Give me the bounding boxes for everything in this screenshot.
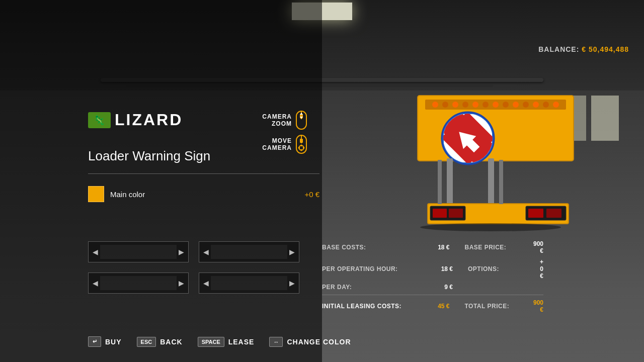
lease-button[interactable]: SPACE LEASE <box>198 337 255 347</box>
base-costs-label: BASE COSTS: <box>322 244 420 251</box>
selector-2[interactable]: ◀ ▶ <box>199 241 299 262</box>
stats-row-3: PER DAY: 9 € <box>322 284 543 291</box>
back-key: ESC <box>137 337 156 347</box>
balance-value: € 50,494,488 <box>582 45 629 53</box>
camera-controls: CAMERA ZOOM MOVE CAMERA <box>247 111 307 154</box>
buy-button[interactable]: ↵ BUY <box>88 336 122 347</box>
selector-1-left-arrow[interactable]: ◀ <box>93 248 98 256</box>
change-color-button[interactable]: ↔ CHANGE COLOR <box>269 337 351 347</box>
balance-label: BALANCE: <box>538 45 579 53</box>
per-hour-value: 18 € <box>423 265 453 273</box>
divider <box>88 173 319 174</box>
buy-key: ↵ <box>88 336 101 347</box>
back-label: BACK <box>160 338 182 346</box>
color-swatch[interactable] <box>88 186 104 202</box>
selector-row-2: ◀ ▶ ◀ ▶ <box>88 273 299 294</box>
leasing-value: 45 € <box>420 303 450 310</box>
per-day-value: 9 € <box>423 284 453 291</box>
selector-4-content <box>211 276 287 290</box>
selector-3[interactable]: ◀ ▶ <box>88 273 189 294</box>
action-bar: ↵ BUY ESC BACK SPACE LEASE ↔ CHANGE COLO… <box>88 336 351 347</box>
brand-name: LIZARD <box>115 111 183 129</box>
change-color-key: ↔ <box>269 337 283 347</box>
ui-layer: BALANCE: € 50,494,488 🦎 LIZARD Loader Wa… <box>0 0 644 362</box>
selector-3-left-arrow[interactable]: ◀ <box>93 279 98 287</box>
selector-1[interactable]: ◀ ▶ <box>88 241 189 262</box>
selector-2-left-arrow[interactable]: ◀ <box>203 248 209 256</box>
lease-label: LEASE <box>228 338 255 346</box>
selector-2-content <box>211 245 287 259</box>
base-price-label: BASE PRICE: <box>464 244 533 251</box>
stats-row-4: INITIAL LEASING COSTS: 45 € TOTAL PRICE:… <box>322 299 543 313</box>
selector-1-content <box>100 245 177 259</box>
selector-4-left-arrow[interactable]: ◀ <box>203 279 209 287</box>
selector-1-right-arrow[interactable]: ▶ <box>179 248 184 256</box>
selector-3-content <box>100 276 177 290</box>
total-label: TOTAL PRICE: <box>464 303 533 310</box>
camera-move-row: MOVE CAMERA <box>247 135 307 154</box>
options-label: OPTIONS: <box>468 265 538 273</box>
base-costs-value: 18 € <box>420 244 450 251</box>
selector-4[interactable]: ◀ ▶ <box>199 273 299 294</box>
back-button[interactable]: ESC BACK <box>137 337 183 347</box>
product-title: Loader Warning Sign <box>88 148 210 164</box>
brand-logo: 🦎 LIZARD <box>88 111 183 129</box>
stats-divider <box>322 295 543 295</box>
color-price: +0 € <box>304 190 319 199</box>
total-value: 900 € <box>533 299 543 313</box>
mouse-zoom-icon <box>296 111 307 130</box>
change-color-label: CHANGE COLOR <box>287 338 351 346</box>
color-option-row: Main color +0 € <box>88 186 319 202</box>
selectors-container: ◀ ▶ ◀ ▶ ◀ ▶ ◀ ▶ <box>88 241 299 294</box>
lease-key: SPACE <box>198 337 224 347</box>
selector-row-1: ◀ ▶ ◀ ▶ <box>88 241 299 262</box>
camera-zoom-label: CAMERA ZOOM <box>247 113 292 127</box>
camera-zoom-row: CAMERA ZOOM <box>247 111 307 130</box>
per-hour-label: PER OPERATING HOUR: <box>322 265 423 273</box>
base-price-value: 900 € <box>533 240 543 254</box>
selector-2-right-arrow[interactable]: ▶ <box>289 248 295 256</box>
svg-rect-48 <box>300 139 303 143</box>
leasing-label: INITIAL LEASING COSTS: <box>322 303 420 310</box>
mouse-move-icon <box>296 135 307 154</box>
stats-row-2: PER OPERATING HOUR: 18 € OPTIONS: + 0 € <box>322 258 543 280</box>
svg-text:🦎: 🦎 <box>94 115 105 126</box>
stats-panel: BASE COSTS: 18 € BASE PRICE: 900 € PER O… <box>322 240 543 317</box>
stats-row-1: BASE COSTS: 18 € BASE PRICE: 900 € <box>322 240 543 254</box>
balance-display: BALANCE: € 50,494,488 <box>538 45 629 53</box>
selector-4-right-arrow[interactable]: ▶ <box>289 279 295 287</box>
camera-move-label: MOVE CAMERA <box>247 137 292 151</box>
color-label: Main color <box>110 190 298 199</box>
buy-label: BUY <box>105 338 122 346</box>
options-value: + 0 € <box>538 258 543 280</box>
per-day-label: PER DAY: <box>322 284 423 291</box>
selector-3-right-arrow[interactable]: ▶ <box>179 279 184 287</box>
svg-marker-44 <box>300 113 303 115</box>
